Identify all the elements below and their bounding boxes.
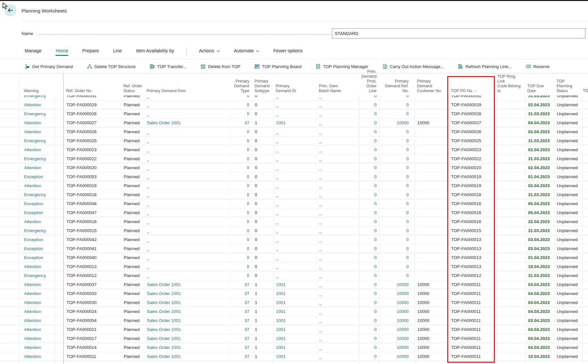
cell-primary_demand_customer_no[interactable]: [414, 181, 448, 190]
cell-primary_demand_ref_no[interactable]: 10000: [379, 307, 411, 316]
cell-primary_demand_ref_no[interactable]: 0: [379, 154, 411, 163]
cell-prim_dem_batch_name[interactable]: _: [316, 154, 359, 163]
cell-top_rtng_link_code_belong_to[interactable]: [495, 127, 525, 136]
cell-top_planning_status[interactable]: Unplanned: [554, 190, 582, 199]
cell-primary_demand_type[interactable]: 37: [229, 298, 252, 307]
toolbar-button-refresh-planning-line-[interactable]: Refresh Planning Line...: [458, 64, 512, 69]
cell-primary_demand_ref_no[interactable]: 0: [379, 100, 411, 109]
cell-top_planning_status[interactable]: Unplanned: [554, 271, 582, 280]
cell-top_due_date[interactable]: 31.03.2023: [525, 226, 552, 235]
column-header-primary_demand_id[interactable]: Primary Demand ID: [273, 84, 316, 95]
cell-primary_demand_subtype[interactable]: 1: [252, 280, 273, 289]
cell-primary_demand_ref_no[interactable]: 10000: [379, 316, 411, 325]
cell-primary_demand_from[interactable]: Sales Order 1001: [144, 298, 229, 307]
table-row[interactable]: AttentionTOP-FA000016Planned_00__00TOP-F…: [0, 217, 588, 226]
cell-top_rtng_link_code_belong_to[interactable]: [495, 298, 525, 307]
cell-primary_demand_id[interactable]: 1001: [273, 361, 316, 364]
column-header-primary_demand_type[interactable]: Primary Demand Type: [229, 79, 252, 95]
cell-primary_demand_customer_no[interactable]: [414, 127, 448, 136]
cell-top_planning_status[interactable]: Unplanned: [554, 181, 582, 190]
table-row[interactable]: EmergencyTOP-FA000012Planned_00__00TOP-F…: [0, 271, 588, 280]
cell-prim_demand_prod_order_line[interactable]: 0: [359, 181, 379, 190]
cell-warning[interactable]: Exception: [19, 172, 55, 181]
table-row[interactable]: ExceptionTOP-FA000047Planned_00__00TOP-F…: [0, 208, 588, 217]
cell-prim_dem_batch_name[interactable]: _: [316, 199, 359, 208]
cell-primary_demand_customer_no[interactable]: [414, 163, 448, 172]
cell-primary_demand_customer_no[interactable]: 10000: [414, 343, 448, 352]
table-row[interactable]: ExceptionTOP-FA000041Planned_00__00TOP-F…: [0, 244, 588, 253]
cell-primary_demand_ref_no[interactable]: 0: [379, 253, 411, 262]
cell-primary_demand_id[interactable]: _: [273, 154, 316, 163]
column-header-primary_demand_ref_no[interactable]: Primary Demand Ref. No.: [379, 79, 411, 95]
cell-top_due_date[interactable]: 31.03.2023: [525, 136, 552, 145]
cell-top_planning_status[interactable]: Unplanned: [554, 226, 582, 235]
cell-primary_demand_subtype[interactable]: 0: [252, 262, 273, 271]
cell-top_due_date[interactable]: 31.03.2023: [525, 190, 552, 199]
toolbar-button-delete-top-structure[interactable]: Delete TOP Structure: [87, 64, 136, 69]
cell-primary_demand_ref_no[interactable]: 10000: [379, 343, 411, 352]
cell-top_due_date[interactable]: 10.04.2023: [525, 352, 552, 361]
cell-prim_dem_batch_name[interactable]: _: [316, 316, 359, 325]
cell-primary_demand_id[interactable]: _: [273, 190, 316, 199]
cell-primary_demand_type[interactable]: 0: [229, 145, 252, 154]
column-header-prim_dem_batch_name[interactable]: Prim. Dem. Batch Name: [316, 84, 359, 95]
cell-ref_order_no[interactable]: TOP-FA000025: [64, 136, 121, 145]
cell-ref_order_status[interactable]: Planned: [121, 109, 144, 118]
cell-ref_order_no[interactable]: TOP-FA000033: [64, 289, 121, 298]
cell-top_planning_status[interactable]: Unplanned: [554, 298, 582, 307]
cell-primary_demand_type[interactable]: 0: [229, 208, 252, 217]
cell-prim_dem_batch_name[interactable]: _: [316, 289, 359, 298]
cell-ref_order_status[interactable]: Planned: [121, 172, 144, 181]
cell-top_due_date[interactable]: 04.04.2023: [525, 307, 552, 316]
cell-top_rtng_link_code_belong_to[interactable]: [495, 100, 525, 109]
cell-prim_demand_prod_order_line[interactable]: 0: [359, 262, 379, 271]
cell-primary_demand_customer_no[interactable]: [414, 95, 448, 100]
table-row[interactable]: AttentionTOP-FA000030PlannedSales Order …: [0, 298, 588, 307]
cell-ref_order_status[interactable]: Planned: [121, 271, 144, 280]
cell-primary_demand_id[interactable]: _: [273, 145, 316, 154]
cell-ref_order_status[interactable]: Planned: [121, 289, 144, 298]
cell-primary_demand_ref_no[interactable]: 10000: [379, 289, 411, 298]
cell-top_po_no[interactable]: TOP-FA000011: [448, 334, 495, 343]
cell-top_rtng_link_code_belong_to[interactable]: [495, 307, 525, 316]
cell-ref_order_status[interactable]: Planned: [121, 154, 144, 163]
cell-ref_order_status[interactable]: Planned: [121, 208, 144, 217]
cell-primary_demand_subtype[interactable]: 0: [252, 271, 273, 280]
cell-ref_order_status[interactable]: Planned: [121, 118, 144, 127]
cell-prim_dem_batch_name[interactable]: _: [316, 163, 359, 172]
column-header-primary_demand_subtype[interactable]: Primary Demand Subtype: [252, 79, 273, 95]
cell-primary_demand_id[interactable]: _: [273, 199, 316, 208]
cell-primary_demand_type[interactable]: 0: [229, 244, 252, 253]
cell-primary_demand_id[interactable]: 1001: [273, 289, 316, 298]
cell-warning[interactable]: Attention: [19, 298, 55, 307]
cell-warning[interactable]: Emergency: [19, 109, 55, 118]
cell-top_rtng_link_code_belong_to[interactable]: [495, 118, 525, 127]
cell-primary_demand_ref_no[interactable]: 0: [379, 226, 411, 235]
cell-prim_dem_batch_name[interactable]: _: [316, 298, 359, 307]
cell-warning[interactable]: Attention: [19, 163, 55, 172]
table-row[interactable]: EmergencyTOP-FA000015Planned_00__00TOP-F…: [0, 226, 588, 235]
cell-primary_demand_type[interactable]: 0: [229, 190, 252, 199]
cell-top_due_date[interactable]: 04.04.2023: [525, 280, 552, 289]
cell-top_planning_status[interactable]: Unplanned: [554, 217, 582, 226]
cell-top_po_no[interactable]: TOP-FA000013: [448, 244, 495, 253]
cell-ref_order_status[interactable]: Planned: [121, 298, 144, 307]
cell-top_planning_status[interactable]: Unplanned: [554, 136, 582, 145]
column-header-ref_order_no[interactable]: Ref. Order No.: [64, 89, 121, 95]
menu-item-home[interactable]: Home: [56, 48, 68, 56]
cell-prim_dem_batch_name[interactable]: _: [316, 95, 359, 100]
cell-primary_demand_subtype[interactable]: 0: [252, 127, 273, 136]
cell-warning[interactable]: Emergency: [19, 136, 55, 145]
cell-ref_order_status[interactable]: Planned: [121, 334, 144, 343]
table-row[interactable]: AttentionTOP-FA000033PlannedSales Order …: [0, 289, 588, 298]
cell-primary_demand_id[interactable]: _: [273, 127, 316, 136]
cell-ref_order_no[interactable]: TOP-FA000026: [64, 127, 121, 136]
cell-top_planning_status[interactable]: Unplanned: [554, 280, 582, 289]
toolbar-button-top-planning-board[interactable]: TOP Planning Board: [254, 64, 301, 69]
cell-primary_demand_from[interactable]: Sales Order 1001: [144, 316, 229, 325]
table-row[interactable]: EmergencyTOP-FA000031Planned_00__00TOP-F…: [0, 95, 588, 100]
table-row-clipped-bottom[interactable]: AttentionTOP-FA000011PlannedSales Order …: [0, 361, 588, 364]
cell-primary_demand_customer_no[interactable]: [414, 244, 448, 253]
table-row[interactable]: EmergencyTOP-FA000025Planned_00__00TOP-F…: [0, 136, 588, 145]
cell-ref_order_no[interactable]: TOP-FA000037: [64, 280, 121, 289]
